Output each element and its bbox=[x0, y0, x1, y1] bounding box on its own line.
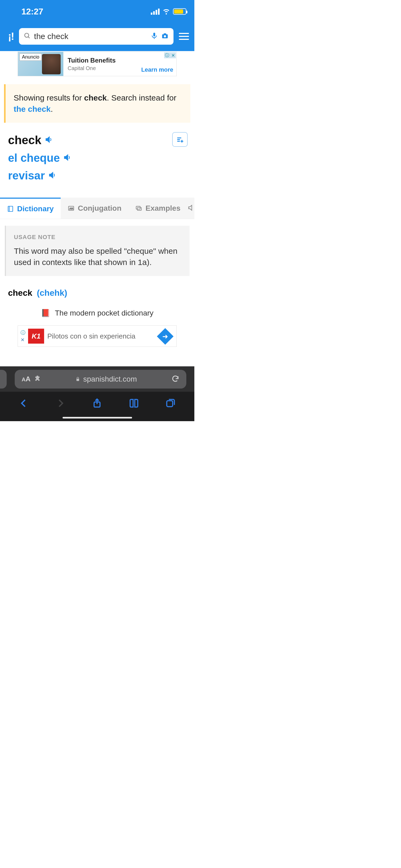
svg-rect-18 bbox=[76, 379, 79, 381]
ad-banner-top[interactable]: Anuncio Tuition Benefits Capital One Lea… bbox=[18, 52, 177, 76]
svg-line-1 bbox=[28, 37, 30, 38]
ad-text: Pilotos con o sin experiencia bbox=[47, 332, 135, 340]
headword-english: check bbox=[8, 133, 41, 147]
usage-note: USAGE NOTE This word may also be spelled… bbox=[5, 226, 189, 276]
cellular-signal-icon bbox=[151, 8, 160, 15]
ad-logo: K1 bbox=[28, 329, 44, 344]
ad-image: Anuncio bbox=[18, 52, 63, 76]
notice-text-prefix: Showing results for bbox=[13, 93, 84, 102]
app-header: ¡! bbox=[0, 26, 194, 51]
svg-rect-2 bbox=[153, 33, 155, 36]
audio-muted-icon[interactable] bbox=[187, 204, 194, 213]
ad-info-icon[interactable]: ⓘ bbox=[164, 53, 170, 58]
svg-rect-17 bbox=[137, 207, 142, 210]
tab-label: Dictionary bbox=[17, 205, 54, 213]
notice-search-instead-link[interactable]: the check bbox=[13, 104, 51, 113]
tab-conjugation[interactable]: AR Conjugation bbox=[61, 197, 128, 219]
tagline-text: The modern pocket dictionary bbox=[55, 309, 153, 317]
add-to-list-button[interactable] bbox=[172, 132, 188, 147]
search-input[interactable] bbox=[34, 32, 147, 41]
share-button[interactable] bbox=[92, 398, 102, 409]
ad-info-icon[interactable]: ⓘ bbox=[21, 330, 25, 336]
svg-rect-21 bbox=[167, 401, 173, 407]
ad-title: Tuition Benefits bbox=[68, 57, 172, 64]
back-button[interactable] bbox=[19, 398, 29, 409]
ad-arrow-icon[interactable]: ➜ bbox=[157, 328, 174, 345]
search-suggestion-notice: Showing results for check. Search instea… bbox=[4, 84, 190, 123]
audio-icon[interactable] bbox=[44, 135, 53, 145]
svg-rect-16 bbox=[136, 206, 140, 209]
usage-note-body: This word may also be spelled "cheque" w… bbox=[14, 246, 182, 268]
translation-spanish-1[interactable]: el cheque bbox=[8, 152, 60, 164]
wifi-icon bbox=[162, 7, 170, 16]
forward-button[interactable] bbox=[55, 398, 65, 409]
status-icons bbox=[151, 7, 186, 16]
notice-text-suffix: . bbox=[51, 104, 53, 113]
menu-button[interactable] bbox=[179, 33, 189, 40]
tab-overflow bbox=[187, 197, 194, 219]
status-bar: 12:27 bbox=[0, 0, 194, 26]
svg-text:AR: AR bbox=[69, 207, 73, 210]
status-time: 12:27 bbox=[21, 7, 43, 17]
content-tabs: Dictionary AR Conjugation Examples bbox=[0, 197, 194, 219]
entry-word: check bbox=[8, 288, 32, 298]
svg-point-0 bbox=[25, 33, 29, 37]
tabs-button[interactable] bbox=[165, 398, 176, 409]
ad-close-icon[interactable]: ✕ bbox=[170, 53, 176, 58]
reader-aa-button[interactable]: AA bbox=[22, 375, 30, 383]
audio-icon[interactable] bbox=[63, 154, 71, 163]
prev-tab-peek[interactable] bbox=[0, 370, 7, 389]
browser-url-bar-row: AA spanishdict.com bbox=[0, 366, 194, 392]
search-box[interactable] bbox=[19, 28, 174, 45]
notice-text-middle: . Search instead for bbox=[107, 93, 177, 102]
lock-icon bbox=[75, 376, 81, 382]
reload-button[interactable] bbox=[172, 375, 179, 384]
svg-rect-12 bbox=[8, 206, 12, 212]
audio-icon[interactable] bbox=[48, 171, 56, 180]
url-domain: spanishdict.com bbox=[83, 375, 137, 383]
usage-note-title: USAGE NOTE bbox=[14, 234, 182, 241]
tab-label: Examples bbox=[146, 204, 181, 213]
tab-examples[interactable]: Examples bbox=[128, 197, 187, 219]
microphone-icon[interactable] bbox=[151, 32, 158, 41]
camera-icon[interactable] bbox=[161, 32, 169, 41]
svg-rect-6 bbox=[164, 33, 166, 35]
svg-point-5 bbox=[164, 35, 166, 37]
home-indicator[interactable] bbox=[63, 417, 132, 418]
ad-close-icon[interactable]: ✕ bbox=[21, 337, 25, 343]
book-icon: 📕 bbox=[41, 309, 50, 317]
ad-cta[interactable]: Learn more bbox=[141, 66, 173, 73]
battery-icon bbox=[173, 8, 186, 15]
entry-headword-pron: check (chehk) bbox=[0, 283, 194, 301]
search-icon bbox=[24, 32, 31, 40]
bookmarks-button[interactable] bbox=[129, 398, 139, 409]
notice-bold-word: check bbox=[84, 93, 107, 102]
entry-pronunciation[interactable]: (chehk) bbox=[37, 288, 67, 298]
browser-url-bar[interactable]: AA spanishdict.com bbox=[15, 370, 186, 389]
site-logo[interactable]: ¡! bbox=[8, 31, 13, 42]
tab-dictionary[interactable]: Dictionary bbox=[0, 197, 61, 219]
ad-banner-bottom[interactable]: ⓘ ✕ K1 Pilotos con o sin experiencia ➜ bbox=[18, 326, 177, 347]
ad-label: Anuncio bbox=[20, 54, 42, 61]
translation-spanish-2[interactable]: revisar bbox=[8, 169, 45, 182]
tab-label: Conjugation bbox=[78, 204, 121, 213]
tagline: 📕 The modern pocket dictionary bbox=[0, 309, 194, 317]
headword-block: check el cheque revisar bbox=[0, 123, 194, 192]
extensions-icon[interactable] bbox=[34, 375, 41, 383]
